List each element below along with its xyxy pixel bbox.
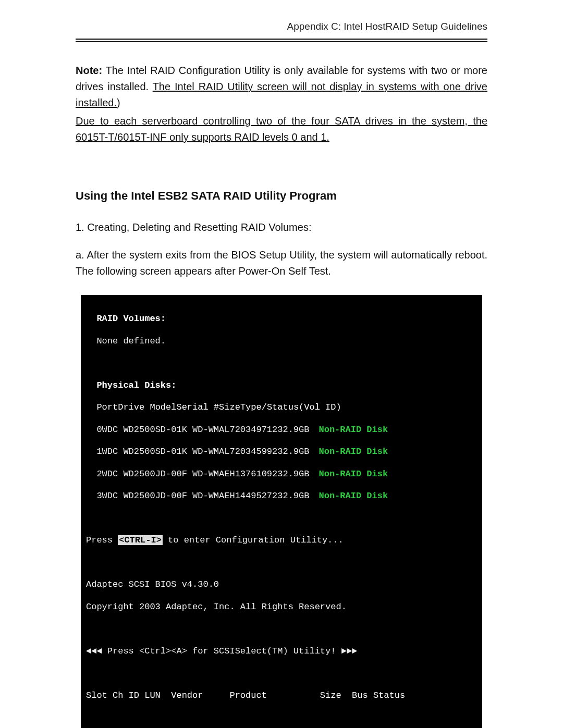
terminal-screenshot: RAID Volumes: None defined. Physical Dis…: [81, 295, 482, 728]
running-head: Appendix C: Intel HostRAID Setup Guideli…: [76, 21, 487, 36]
press-ctrl-i: Press <CTRL-I> to enter Configuration Ut…: [86, 535, 477, 546]
header-rule-thick: [76, 39, 487, 40]
disk-row: 0WDC WD2500SD-01K WD-WMAL72034971232.9GB…: [86, 424, 477, 435]
content: Note: The Intel RAID Configuration Utili…: [76, 63, 487, 728]
raid-volumes-label: RAID Volumes:: [86, 313, 477, 324]
section-title: Using the Intel ESB2 SATA RAID Utility P…: [76, 187, 487, 205]
disk-row: 2WDC WD2500JD-00F WD-WMAEH1376109232.9GB…: [86, 468, 477, 479]
slot-header: Slot Ch ID LUN Vendor Product Size Bus S…: [86, 690, 477, 701]
disk-row: 1WDC WD2500SD-01K WD-WMAL72034599232.9GB…: [86, 446, 477, 457]
adaptec-copyright: Copyright 2003 Adaptec, Inc. All Rights …: [86, 601, 477, 612]
adaptec-bios: Adaptec SCSI BIOS v4.30.0: [86, 579, 477, 590]
due-paragraph: Due to each serverboard controlling two …: [76, 113, 487, 145]
note-close: ): [117, 97, 120, 108]
disk-row: 3WDC WD2500JD-00F WD-WMAEH1449527232.9GB…: [86, 490, 477, 501]
phys-disks-label: Physical Disks:: [86, 380, 477, 391]
step-1a: a. After the system exits from the BIOS …: [76, 247, 487, 279]
note-label: Note:: [76, 65, 102, 76]
note-paragraph: Note: The Intel RAID Configuration Utili…: [76, 63, 487, 111]
none-defined: None defined.: [86, 336, 477, 347]
step-1: 1. Creating, Deleting and Resetting RAID…: [76, 219, 487, 236]
disk-header-row: PortDrive ModelSerial #SizeType/Status(V…: [86, 402, 477, 413]
ctrl-i-tag: <CTRL-I>: [118, 535, 163, 545]
header-rule-thin: [76, 41, 487, 42]
page: Appendix C: Intel HostRAID Setup Guideli…: [0, 0, 563, 728]
scsiselect-prompt: ◄◄◄ Press <Ctrl><A> for SCSISelect(TM) U…: [86, 646, 477, 657]
